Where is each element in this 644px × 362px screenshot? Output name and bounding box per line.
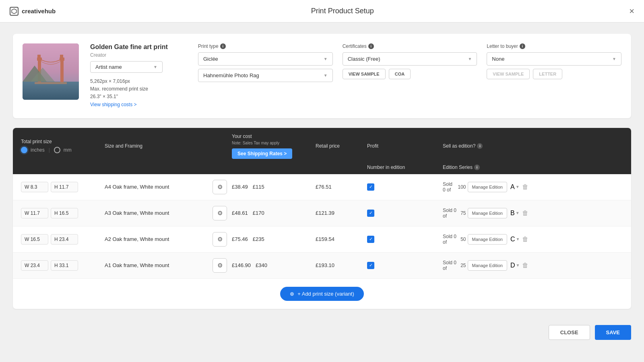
inches-radio[interactable] <box>21 147 27 153</box>
svg-rect-9 <box>62 55 63 59</box>
series-value-1: B <box>510 210 515 217</box>
height-input-2[interactable] <box>51 234 78 245</box>
series-value-0: A <box>510 183 515 191</box>
height-input-0[interactable] <box>51 182 78 192</box>
shipping-rates-button[interactable]: See Shipping Rates > <box>232 148 292 159</box>
svg-rect-6 <box>39 55 41 59</box>
gear-button-1[interactable]: ⚙ <box>213 206 227 220</box>
edition-checkbox-cell-0: ✓ <box>367 183 440 191</box>
add-icon: ⊕ <box>290 291 294 297</box>
close-button[interactable]: CLOSE <box>549 325 590 340</box>
letter-button[interactable]: LETTER <box>533 69 562 79</box>
header-size: Total print size inches | mm <box>21 139 101 153</box>
view-sample-letter-button[interactable]: VIEW SAMPLE <box>487 69 530 79</box>
coa-button[interactable]: COA <box>389 69 411 79</box>
table-row: A3 Oak frame, White mount ⚙ £48.61 £170 … <box>13 200 631 226</box>
table-header: Total print size inches | mm Size and Fr… <box>13 128 631 165</box>
size-inputs-3 <box>21 260 101 271</box>
manage-edition-button-1[interactable]: Manage Edition <box>468 208 507 218</box>
close-x-button[interactable]: × <box>629 7 634 16</box>
product-card: Golden Gate fine art print Creator Artis… <box>13 34 631 118</box>
pricing-1: £48.61 £170 <box>232 210 312 216</box>
edition-checkbox-2[interactable]: ✓ <box>367 236 374 243</box>
svg-rect-5 <box>37 55 39 59</box>
edition-checkbox-0[interactable]: ✓ <box>367 183 374 191</box>
add-variant-button[interactable]: ⊕ + Add print size (variant) <box>280 287 364 301</box>
pixel-dims: 5,262px × 7,016px <box>90 78 187 85</box>
width-input-3[interactable] <box>21 260 48 271</box>
shipping-link[interactable]: View shipping costs > <box>90 102 137 107</box>
product-image <box>23 43 79 100</box>
artist-select[interactable]: Artist name ▼ <box>90 61 163 73</box>
retail-price-1: £170 <box>253 210 264 216</box>
cert-select[interactable]: Classic (Free) ▼ <box>343 52 477 66</box>
series-dropdown-2[interactable]: ▼ <box>516 237 520 241</box>
width-input-2[interactable] <box>21 234 48 245</box>
table-row: A2 Oak frame, White mount ⚙ £75.46 £235 … <box>13 226 631 253</box>
manage-edition-button-2[interactable]: Manage Edition <box>468 234 507 245</box>
paper-type-select[interactable]: Hahnemühle Photo Rag ▼ <box>198 69 333 82</box>
header-cost: Your cost Note: Sales Tax may apply See … <box>232 134 312 159</box>
your-cost-1: £48.61 <box>232 210 248 216</box>
pricing-2: £75.46 £235 <box>232 236 312 242</box>
series-dropdown-3[interactable]: ▼ <box>516 263 520 267</box>
print-type-select[interactable]: Giclée ▼ <box>198 52 333 66</box>
profit-3: £193.10 <box>316 262 364 268</box>
edition-info-icon: i <box>477 143 483 149</box>
gear-button-2[interactable]: ⚙ <box>213 232 227 247</box>
letter-arrow: ▼ <box>612 57 616 61</box>
certificates-group: Certificates i Classic (Free) ▼ VIEW SAM… <box>343 43 477 85</box>
artist-name: Artist name <box>95 64 122 70</box>
edition-info-0: Sold 0 of 100 Manage Edition <box>443 181 507 193</box>
retail-price-0: £115 <box>253 184 264 190</box>
cost-note: Note: Sales Tax may apply <box>232 141 279 145</box>
letter-select[interactable]: None ▼ <box>487 52 621 66</box>
series-cell-2: C ▼ 🗑 <box>510 234 530 245</box>
gear-button-3[interactable]: ⚙ <box>213 258 227 273</box>
variants-table: Total print size inches | mm Size and Fr… <box>13 128 631 309</box>
add-variant-row: ⊕ + Add print size (variant) <box>13 279 631 309</box>
edition-count-2: 50 <box>459 237 466 242</box>
size-inputs-1 <box>21 208 101 218</box>
edition-checkbox-cell-2: ✓ <box>367 236 440 243</box>
size-inputs-0 <box>21 182 101 192</box>
width-input-1[interactable] <box>21 208 48 218</box>
height-input-1[interactable] <box>51 208 78 218</box>
table-row: A4 Oak frame, White mount ⚙ £38.49 £115 … <box>13 174 631 200</box>
series-dropdown-0[interactable]: ▼ <box>516 185 520 189</box>
delete-button-3[interactable]: 🗑 <box>520 260 530 271</box>
height-input-3[interactable] <box>51 260 78 271</box>
series-dropdown-1[interactable]: ▼ <box>516 211 520 215</box>
pricing-0: £38.49 £115 <box>232 184 312 190</box>
svg-rect-3 <box>60 60 64 84</box>
manage-edition-button-0[interactable]: Manage Edition <box>468 182 507 192</box>
profit-2: £159.54 <box>316 236 364 242</box>
edition-checkbox-3[interactable]: ✓ <box>367 262 374 269</box>
your-cost-3: £146.90 <box>232 262 251 268</box>
delete-button-0[interactable]: 🗑 <box>520 182 530 192</box>
artist-select-arrow: ▼ <box>153 65 157 69</box>
series-value-3: D <box>510 262 515 269</box>
delete-button-2[interactable]: 🗑 <box>520 234 530 245</box>
cert-info-icon: i <box>368 43 374 49</box>
view-sample-cert-button[interactable]: VIEW SAMPLE <box>343 69 386 79</box>
width-input-0[interactable] <box>21 182 48 192</box>
edition-checkbox-1[interactable]: ✓ <box>367 210 374 217</box>
certificates-label: Certificates i <box>343 43 477 49</box>
gear-button-0[interactable]: ⚙ <box>213 180 227 194</box>
sold-label-1: Sold 0 of <box>443 208 458 219</box>
sold-label-0: Sold 0 of <box>443 181 455 193</box>
recommend-label: Max. recommend print size <box>90 85 187 93</box>
cert-arrow: ▼ <box>468 57 472 61</box>
svg-rect-1 <box>23 82 79 100</box>
sold-label-3: Sold 0 of <box>443 260 458 271</box>
save-button[interactable]: SAVE <box>595 325 631 340</box>
gear-btn-cell-2: ⚙ <box>213 232 229 247</box>
edition-checkbox-cell-3: ✓ <box>367 262 440 269</box>
framing-1: A3 Oak frame, White mount <box>105 210 209 216</box>
paper-type-arrow: ▼ <box>324 73 328 78</box>
app-header: creativehub Print Product Setup × <box>0 0 644 23</box>
delete-button-1[interactable]: 🗑 <box>520 208 530 218</box>
manage-edition-button-3[interactable]: Manage Edition <box>468 260 507 271</box>
mm-radio[interactable] <box>54 147 60 153</box>
